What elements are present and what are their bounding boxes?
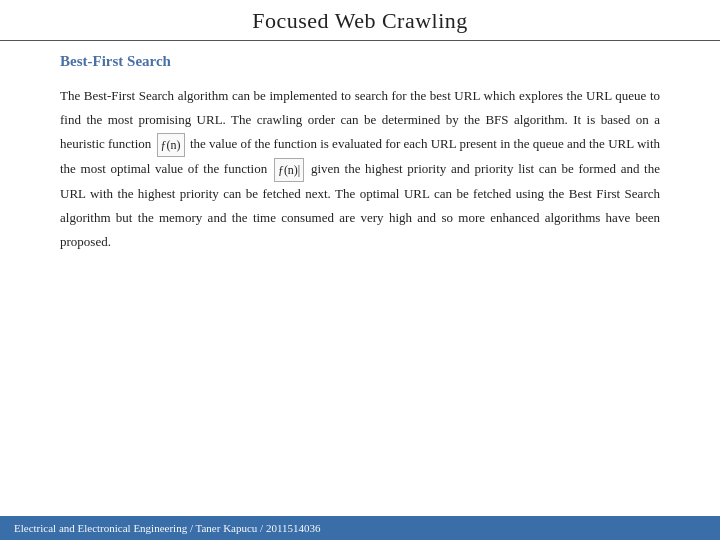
formula-1: ƒ(n) [157, 133, 185, 157]
page-container: Focused Web Crawling Best-First Search T… [0, 0, 720, 540]
title-section: Focused Web Crawling [0, 0, 720, 41]
section-heading: Best-First Search [60, 53, 660, 70]
body-text: The Best-First Search algorithm can be i… [60, 84, 660, 254]
footer-bar: Electrical and Electronical Engineering … [0, 516, 720, 540]
content-area: Best-First Search The Best-First Search … [0, 41, 720, 516]
footer-text: Electrical and Electronical Engineering … [14, 522, 321, 534]
page-title: Focused Web Crawling [20, 8, 700, 34]
formula-2: ƒ(n)| [274, 158, 304, 182]
